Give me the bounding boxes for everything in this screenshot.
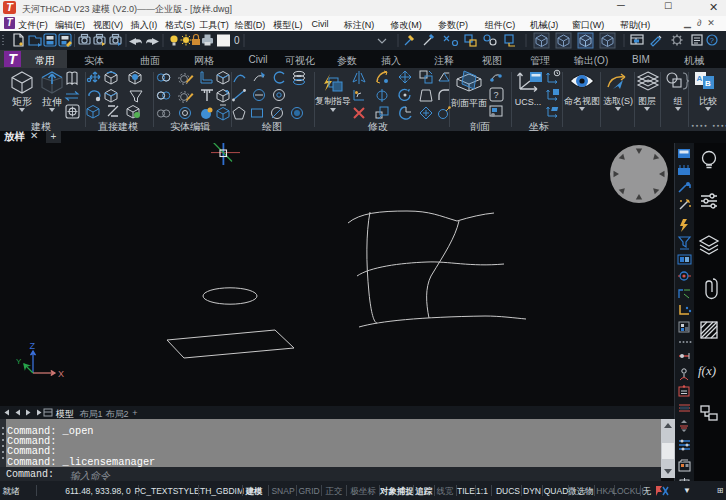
svg-text:?: ? (494, 90, 499, 100)
svg-text:A: A (697, 74, 703, 83)
svg-text:B: B (705, 79, 711, 88)
svg-text:X: X (58, 369, 64, 379)
svg-text:0: 0 (234, 35, 240, 46)
svg-text:f(x): f(x) (698, 363, 716, 378)
svg-text:Y: Y (16, 357, 22, 366)
svg-text:?: ? (710, 36, 715, 45)
svg-text:Z: Z (30, 341, 36, 351)
